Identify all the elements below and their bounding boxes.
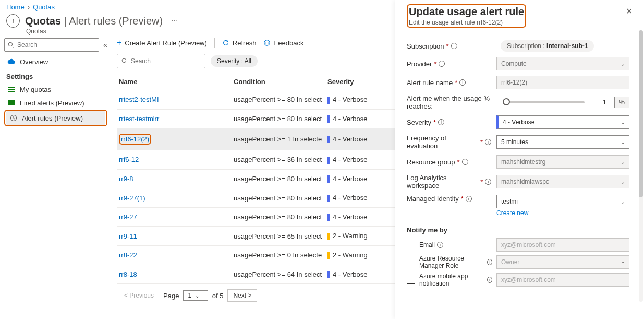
rule-name-link[interactable]: rr9-27(1) (119, 194, 145, 202)
severity-cell: 4 - Verbose (327, 156, 390, 164)
chevron-down-icon: ⌄ (621, 179, 625, 185)
prev-page-button[interactable]: < Previous (119, 290, 159, 301)
severity-bar-icon (327, 271, 330, 278)
svg-rect-3 (8, 89, 15, 90)
collapse-sidebar-button[interactable]: « (101, 41, 110, 49)
info-icon[interactable]: i (487, 277, 492, 283)
workspace-label: Log Analytics workspace (407, 174, 478, 190)
svg-line-1 (12, 46, 14, 48)
col-header-condition[interactable]: Condition (234, 78, 327, 86)
nav-my-quotas[interactable]: My quotas (4, 82, 107, 96)
severity-select[interactable]: 4 - Verbose⌄ (496, 115, 629, 129)
info-icon[interactable]: i (437, 242, 443, 248)
threshold-slider[interactable] (505, 101, 585, 103)
info-icon[interactable]: i (487, 259, 492, 265)
rule-name-link[interactable]: rr9-11 (119, 232, 137, 240)
severity-cell: 4 - Verbose (327, 96, 390, 104)
chevron-down-icon: ⌄ (621, 139, 625, 145)
rule-name-link[interactable]: rr8-18 (119, 270, 137, 278)
arm-role-select[interactable]: Owner⌄ (496, 255, 629, 269)
arm-role-label: Azure Resource Manager Role (419, 255, 485, 269)
feedback-button[interactable]: Feedback (263, 39, 303, 47)
threshold-value-input[interactable]: 1 (594, 97, 615, 108)
arm-role-checkbox[interactable] (407, 258, 415, 266)
page-title-strong: Quotas (25, 15, 61, 27)
breadcrumb-current[interactable]: Quotas (33, 3, 55, 11)
next-page-button[interactable]: Next > (227, 289, 257, 302)
table-search-input[interactable] (131, 57, 209, 65)
cloud-icon (7, 57, 16, 66)
rule-name-link[interactable]: rr9-27 (119, 213, 137, 221)
managed-identity-select[interactable]: testmi⌄ (496, 195, 629, 208)
nav-alert-rules[interactable]: Alert rules (Preview) (6, 111, 105, 125)
frequency-select[interactable]: 5 minutes⌄ (496, 135, 629, 149)
rule-name-link[interactable]: rrtest2-testMI (119, 96, 159, 103)
email-checkbox[interactable] (407, 241, 415, 249)
sidebar-search-input[interactable] (17, 41, 95, 49)
create-label: Create Alert Rule (Preview) (125, 39, 207, 47)
breadcrumb-home[interactable]: Home (6, 3, 25, 11)
subscription-value: Subscription : Internal-sub-1 (501, 40, 594, 52)
severity-cell: 4 - Verbose (327, 115, 390, 123)
severity-filter-pill[interactable]: Severity : All (211, 55, 258, 67)
severity-bar-icon (327, 136, 330, 143)
info-icon[interactable]: i (462, 159, 468, 165)
resourcegroup-select: mahshidmtestrg⌄ (496, 155, 629, 169)
condition-cell: usagePercent >= 65 In select (234, 232, 327, 240)
refresh-label: Refresh (233, 39, 257, 47)
svg-rect-2 (8, 87, 15, 88)
severity-bar-icon (327, 157, 330, 164)
rule-name-link[interactable]: rrf6-12(2) (121, 135, 149, 143)
rule-name-link[interactable]: rrtest-testmirr (119, 115, 159, 123)
more-actions-button[interactable]: ··· (168, 16, 181, 26)
severity-label: Severity (407, 119, 431, 126)
info-icon[interactable]: i (485, 179, 491, 185)
chevron-right-icon: › (28, 3, 30, 11)
panel-scrollbar-thumb[interactable] (639, 30, 643, 197)
condition-cell: usagePercent >= 80 In select (234, 213, 327, 221)
severity-bar-icon (327, 175, 330, 183)
info-icon[interactable]: i (485, 139, 491, 145)
page-title: Quotas | Alert rules (Preview) (25, 15, 163, 27)
rule-name-link[interactable]: rr8-22 (119, 251, 137, 259)
nav-overview[interactable]: Overview (4, 55, 107, 68)
chevron-down-icon: ⌄ (621, 159, 625, 165)
info-icon[interactable]: i (466, 196, 472, 202)
rule-name-link[interactable]: rr9-8 (119, 175, 133, 183)
condition-cell: usagePercent >= 80 In select (234, 96, 327, 103)
toolbar-separator (214, 38, 215, 48)
col-header-severity[interactable]: Severity (327, 78, 390, 86)
chevron-down-icon: ⌄ (621, 199, 625, 205)
close-icon[interactable]: ✕ (624, 4, 635, 18)
severity-bar-icon (327, 233, 330, 240)
nav-fired-alerts[interactable]: Fired alerts (Preview) (4, 96, 107, 110)
rule-name-link[interactable]: rrf6-12 (119, 156, 139, 163)
create-new-link[interactable]: Create new (496, 209, 629, 217)
severity-cell: 2 - Warning (327, 232, 390, 240)
mobile-app-input[interactable]: xyz@microsoft.com (496, 273, 629, 287)
svg-point-0 (8, 42, 13, 46)
nav-item-label: My quotas (20, 86, 51, 93)
search-icon (8, 42, 14, 48)
severity-bar-icon (327, 115, 330, 123)
chevron-down-icon: ⌄ (195, 293, 199, 299)
condition-cell: usagePercent >= 80 In select (234, 194, 327, 202)
severity-cell: 2 - Warning (327, 251, 390, 259)
info-icon[interactable]: i (439, 61, 445, 67)
info-icon[interactable]: i (438, 119, 444, 125)
email-input[interactable]: xyz@microsoft.com (496, 238, 629, 252)
mobile-app-checkbox[interactable] (407, 276, 415, 284)
rulename-label: Alert rule name (407, 79, 453, 87)
page-select[interactable]: 1 ⌄ (183, 290, 208, 301)
create-alert-rule-button[interactable]: + Create Alert Rule (Preview) (117, 38, 207, 48)
refresh-button[interactable]: Refresh (222, 39, 257, 47)
nav-item-label: Alert rules (Preview) (22, 114, 83, 122)
info-icon[interactable]: i (451, 43, 457, 49)
condition-cell: usagePercent >= 36 In select (234, 156, 327, 163)
managed-identity-label: Managed Identity (407, 195, 459, 203)
slider-thumb[interactable] (503, 98, 510, 105)
col-header-name[interactable]: Name (119, 78, 234, 86)
condition-cell: usagePercent >= 0 In selecte (234, 251, 327, 259)
info-icon[interactable]: i (459, 79, 466, 86)
severity-cell: 4 - Verbose (327, 213, 390, 221)
